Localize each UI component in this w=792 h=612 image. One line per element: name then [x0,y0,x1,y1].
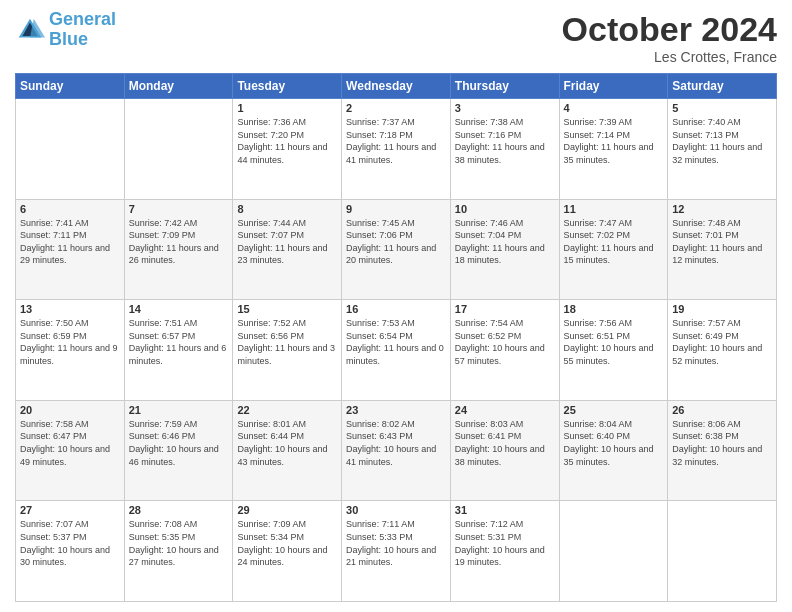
day-number: 9 [346,203,446,215]
week-row-3: 13Sunrise: 7:50 AM Sunset: 6:59 PM Dayli… [16,300,777,401]
day-info: Sunrise: 7:58 AM Sunset: 6:47 PM Dayligh… [20,418,120,468]
day-cell: 2Sunrise: 7:37 AM Sunset: 7:18 PM Daylig… [342,99,451,200]
day-number: 24 [455,404,555,416]
week-row-1: 1Sunrise: 7:36 AM Sunset: 7:20 PM Daylig… [16,99,777,200]
header: General Blue October 2024 Les Crottes, F… [15,10,777,65]
day-cell: 4Sunrise: 7:39 AM Sunset: 7:14 PM Daylig… [559,99,668,200]
day-info: Sunrise: 7:39 AM Sunset: 7:14 PM Dayligh… [564,116,664,166]
day-cell: 7Sunrise: 7:42 AM Sunset: 7:09 PM Daylig… [124,199,233,300]
day-number: 16 [346,303,446,315]
day-number: 27 [20,504,120,516]
day-info: Sunrise: 7:51 AM Sunset: 6:57 PM Dayligh… [129,317,229,367]
weekday-header-thursday: Thursday [450,74,559,99]
day-info: Sunrise: 7:40 AM Sunset: 7:13 PM Dayligh… [672,116,772,166]
day-number: 26 [672,404,772,416]
day-number: 1 [237,102,337,114]
svg-marker-2 [30,19,45,38]
day-cell: 10Sunrise: 7:46 AM Sunset: 7:04 PM Dayli… [450,199,559,300]
day-info: Sunrise: 7:44 AM Sunset: 7:07 PM Dayligh… [237,217,337,267]
day-cell: 25Sunrise: 8:04 AM Sunset: 6:40 PM Dayli… [559,400,668,501]
day-cell: 19Sunrise: 7:57 AM Sunset: 6:49 PM Dayli… [668,300,777,401]
day-info: Sunrise: 8:03 AM Sunset: 6:41 PM Dayligh… [455,418,555,468]
month-title: October 2024 [562,10,777,49]
day-number: 23 [346,404,446,416]
day-number: 15 [237,303,337,315]
logo-icon [15,15,45,45]
day-info: Sunrise: 7:59 AM Sunset: 6:46 PM Dayligh… [129,418,229,468]
day-info: Sunrise: 8:02 AM Sunset: 6:43 PM Dayligh… [346,418,446,468]
day-info: Sunrise: 7:48 AM Sunset: 7:01 PM Dayligh… [672,217,772,267]
day-number: 18 [564,303,664,315]
day-info: Sunrise: 8:04 AM Sunset: 6:40 PM Dayligh… [564,418,664,468]
day-cell: 11Sunrise: 7:47 AM Sunset: 7:02 PM Dayli… [559,199,668,300]
day-cell: 17Sunrise: 7:54 AM Sunset: 6:52 PM Dayli… [450,300,559,401]
day-info: Sunrise: 8:01 AM Sunset: 6:44 PM Dayligh… [237,418,337,468]
day-cell: 12Sunrise: 7:48 AM Sunset: 7:01 PM Dayli… [668,199,777,300]
week-row-5: 27Sunrise: 7:07 AM Sunset: 5:37 PM Dayli… [16,501,777,602]
calendar-table: SundayMondayTuesdayWednesdayThursdayFrid… [15,73,777,602]
day-info: Sunrise: 7:07 AM Sunset: 5:37 PM Dayligh… [20,518,120,568]
location: Les Crottes, France [562,49,777,65]
day-info: Sunrise: 7:38 AM Sunset: 7:16 PM Dayligh… [455,116,555,166]
day-info: Sunrise: 8:06 AM Sunset: 6:38 PM Dayligh… [672,418,772,468]
day-number: 11 [564,203,664,215]
day-cell [559,501,668,602]
day-number: 6 [20,203,120,215]
day-cell: 15Sunrise: 7:52 AM Sunset: 6:56 PM Dayli… [233,300,342,401]
weekday-header-friday: Friday [559,74,668,99]
title-block: October 2024 Les Crottes, France [562,10,777,65]
weekday-header-saturday: Saturday [668,74,777,99]
week-row-4: 20Sunrise: 7:58 AM Sunset: 6:47 PM Dayli… [16,400,777,501]
day-cell: 22Sunrise: 8:01 AM Sunset: 6:44 PM Dayli… [233,400,342,501]
day-number: 4 [564,102,664,114]
day-info: Sunrise: 7:47 AM Sunset: 7:02 PM Dayligh… [564,217,664,267]
logo-text: General Blue [49,10,116,50]
day-number: 5 [672,102,772,114]
day-cell [124,99,233,200]
weekday-header-row: SundayMondayTuesdayWednesdayThursdayFrid… [16,74,777,99]
day-cell: 8Sunrise: 7:44 AM Sunset: 7:07 PM Daylig… [233,199,342,300]
day-cell: 28Sunrise: 7:08 AM Sunset: 5:35 PM Dayli… [124,501,233,602]
day-cell: 30Sunrise: 7:11 AM Sunset: 5:33 PM Dayli… [342,501,451,602]
day-cell: 27Sunrise: 7:07 AM Sunset: 5:37 PM Dayli… [16,501,125,602]
day-info: Sunrise: 7:54 AM Sunset: 6:52 PM Dayligh… [455,317,555,367]
day-info: Sunrise: 7:36 AM Sunset: 7:20 PM Dayligh… [237,116,337,166]
day-cell: 3Sunrise: 7:38 AM Sunset: 7:16 PM Daylig… [450,99,559,200]
day-cell: 23Sunrise: 8:02 AM Sunset: 6:43 PM Dayli… [342,400,451,501]
day-cell: 26Sunrise: 8:06 AM Sunset: 6:38 PM Dayli… [668,400,777,501]
day-info: Sunrise: 7:56 AM Sunset: 6:51 PM Dayligh… [564,317,664,367]
day-number: 25 [564,404,664,416]
day-cell [668,501,777,602]
day-cell: 13Sunrise: 7:50 AM Sunset: 6:59 PM Dayli… [16,300,125,401]
day-cell: 6Sunrise: 7:41 AM Sunset: 7:11 PM Daylig… [16,199,125,300]
weekday-header-tuesday: Tuesday [233,74,342,99]
day-cell: 21Sunrise: 7:59 AM Sunset: 6:46 PM Dayli… [124,400,233,501]
weekday-header-monday: Monday [124,74,233,99]
day-number: 31 [455,504,555,516]
day-cell: 24Sunrise: 8:03 AM Sunset: 6:41 PM Dayli… [450,400,559,501]
day-number: 22 [237,404,337,416]
day-cell: 14Sunrise: 7:51 AM Sunset: 6:57 PM Dayli… [124,300,233,401]
day-info: Sunrise: 7:46 AM Sunset: 7:04 PM Dayligh… [455,217,555,267]
day-cell: 20Sunrise: 7:58 AM Sunset: 6:47 PM Dayli… [16,400,125,501]
day-info: Sunrise: 7:53 AM Sunset: 6:54 PM Dayligh… [346,317,446,367]
day-info: Sunrise: 7:42 AM Sunset: 7:09 PM Dayligh… [129,217,229,267]
day-info: Sunrise: 7:37 AM Sunset: 7:18 PM Dayligh… [346,116,446,166]
day-cell: 18Sunrise: 7:56 AM Sunset: 6:51 PM Dayli… [559,300,668,401]
day-number: 3 [455,102,555,114]
day-number: 29 [237,504,337,516]
weekday-header-wednesday: Wednesday [342,74,451,99]
day-info: Sunrise: 7:57 AM Sunset: 6:49 PM Dayligh… [672,317,772,367]
day-info: Sunrise: 7:08 AM Sunset: 5:35 PM Dayligh… [129,518,229,568]
day-cell: 29Sunrise: 7:09 AM Sunset: 5:34 PM Dayli… [233,501,342,602]
day-number: 7 [129,203,229,215]
day-cell: 16Sunrise: 7:53 AM Sunset: 6:54 PM Dayli… [342,300,451,401]
day-info: Sunrise: 7:41 AM Sunset: 7:11 PM Dayligh… [20,217,120,267]
day-number: 19 [672,303,772,315]
day-number: 28 [129,504,229,516]
day-number: 12 [672,203,772,215]
day-number: 8 [237,203,337,215]
day-cell: 9Sunrise: 7:45 AM Sunset: 7:06 PM Daylig… [342,199,451,300]
day-number: 13 [20,303,120,315]
day-info: Sunrise: 7:52 AM Sunset: 6:56 PM Dayligh… [237,317,337,367]
